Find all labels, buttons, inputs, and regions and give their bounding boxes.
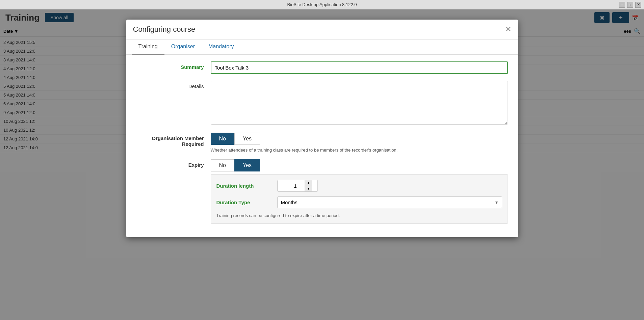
org-member-row: Organisation MemberRequired No Yes Wheth… [136, 133, 508, 153]
expiry-toggle: No Yes [211, 159, 508, 171]
details-row: Details [136, 81, 508, 126]
modal-body: Summary Details Organisation MemberRequi… [126, 55, 518, 237]
org-no-button[interactable]: No [211, 133, 234, 145]
org-member-help: Whether attendees of a training class ar… [211, 148, 508, 153]
modal-header: Configuring course ✕ [126, 20, 518, 39]
tab-training[interactable]: Training [132, 39, 164, 55]
spinner-buttons: ▲ ▼ [305, 180, 312, 191]
duration-length-row: Duration length ▲ ▼ [216, 180, 502, 192]
main-background: Training Show all ▣ + 📅 Date ▼ ees 🔍 2 A… [0, 9, 644, 320]
expiry-help-text: Training records can be configured to ex… [216, 213, 502, 218]
modal-overlay: Configuring course ✕ Training Organiser … [0, 9, 644, 320]
duration-length-input[interactable] [278, 180, 305, 191]
expiry-row: Expiry No Yes Duration length [136, 159, 508, 224]
duration-type-row: Duration Type Days Weeks Months Years ▼ [216, 196, 502, 208]
duration-length-input-wrap: ▲ ▼ [277, 180, 318, 192]
expiry-no-button[interactable]: No [211, 159, 234, 171]
summary-input[interactable] [211, 61, 508, 74]
org-member-toggle: No Yes [211, 133, 508, 145]
minimize-button[interactable]: ─ [619, 2, 625, 8]
close-button[interactable]: ✕ [635, 2, 641, 8]
maximize-button[interactable]: + [627, 2, 633, 8]
summary-label: Summary [136, 61, 211, 70]
summary-row: Summary [136, 61, 508, 74]
details-control [211, 81, 508, 126]
expiry-label: Expiry [136, 159, 211, 168]
summary-control [211, 61, 508, 74]
modal-close-button[interactable]: ✕ [505, 26, 511, 33]
details-label: Details [136, 81, 211, 89]
duration-type-select-wrap: Days Weeks Months Years ▼ [277, 196, 502, 208]
tab-organiser[interactable]: Organiser [164, 39, 202, 55]
expiry-control: No Yes Duration length ▲ [211, 159, 508, 224]
details-textarea[interactable] [211, 81, 508, 125]
duration-type-select[interactable]: Days Weeks Months Years [277, 196, 502, 208]
tab-mandatory[interactable]: Mandatory [202, 39, 241, 55]
duration-type-label: Duration Type [216, 199, 277, 205]
duration-length-label: Duration length [216, 183, 277, 189]
org-yes-button[interactable]: Yes [234, 133, 260, 145]
org-member-control: No Yes Whether attendees of a training c… [211, 133, 508, 153]
modal-title: Configuring course [133, 25, 505, 34]
title-bar: BioSite Desktop Application 8.122.0 ─ + … [0, 0, 644, 9]
org-member-label: Organisation MemberRequired [136, 133, 211, 147]
spinner-up-button[interactable]: ▲ [305, 180, 312, 186]
modal-tabs: Training Organiser Mandatory [126, 39, 518, 55]
app-title: BioSite Desktop Application 8.122.0 [287, 2, 357, 7]
expiry-detail-section: Duration length ▲ ▼ [211, 174, 508, 224]
expiry-yes-button[interactable]: Yes [234, 159, 260, 171]
modal-dialog: Configuring course ✕ Training Organiser … [126, 20, 518, 237]
spinner-down-button[interactable]: ▼ [305, 186, 312, 191]
